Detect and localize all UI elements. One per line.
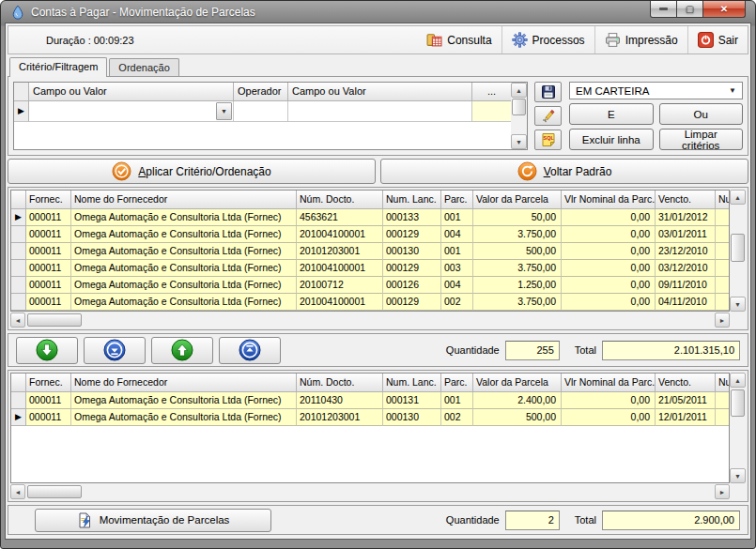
window-title: Contas à Pagar - Movimentação de Parcela…	[31, 6, 650, 19]
table-row[interactable]: ▶ 000011 Omega Automação e Consultoria L…	[11, 277, 729, 294]
tab-ordenacao[interactable]: Ordenação	[109, 58, 178, 76]
client-area: Duração : 00:09:23 Consulta	[5, 23, 751, 540]
criteria-field2-header: Campo ou Valor	[288, 83, 472, 101]
criteria-more-header: ...	[472, 83, 511, 101]
table-row[interactable]: ▶ 000011 Omega Automação e Consultoria L…	[11, 209, 729, 226]
processos-button[interactable]: Processos	[501, 26, 594, 53]
scroll-right-icon[interactable]: ►	[715, 484, 730, 499]
scroll-up-icon[interactable]: ▲	[511, 83, 527, 98]
scroll-down-icon[interactable]: ▼	[730, 297, 746, 312]
sair-button[interactable]: Sair	[687, 26, 748, 53]
table-row[interactable]: ▶ 000011 Omega Automação e Consultoria L…	[11, 260, 729, 277]
reset-default-button[interactable]: Voltar Padrão	[380, 159, 748, 184]
scroll-thumb[interactable]	[731, 234, 745, 261]
move-all-down-button[interactable]	[84, 337, 146, 364]
top-grid-header: Fornec. Nome do Fornecedor Núm. Docto. N…	[11, 191, 729, 209]
table-query-icon	[426, 32, 442, 48]
row-selector: ▶	[11, 392, 26, 409]
criteria-field2-cell[interactable]	[288, 101, 472, 122]
chevron-down-icon: ▼	[729, 86, 736, 95]
maximize-button[interactable]: ▢	[677, 1, 703, 18]
move-down-button[interactable]	[16, 337, 78, 364]
bottom-grid-empty-area	[11, 426, 729, 482]
document-lightning-icon	[77, 512, 93, 528]
erase-criteria-button[interactable]	[534, 106, 562, 127]
criteria-operator-cell[interactable]	[234, 101, 288, 122]
row-selector: ▶	[11, 409, 26, 426]
scroll-right-icon[interactable]: ►	[715, 313, 730, 328]
criteria-field1-header: Campo ou Valor	[29, 83, 234, 101]
sql-button[interactable]: SQL	[534, 130, 562, 150]
criteria-row-selector: ▶	[14, 101, 29, 122]
filter-panel: Campo ou Valor Operador Campo ou Valor .…	[8, 76, 748, 156]
bottom-total-label: Total	[575, 514, 596, 526]
refresh-circle-icon	[517, 161, 537, 181]
app-window: Contas à Pagar - Movimentação de Parcela…	[0, 0, 756, 549]
power-exit-icon	[698, 32, 714, 48]
scroll-down-icon[interactable]: ▼	[511, 134, 527, 149]
top-quantity-field: 255	[505, 341, 560, 360]
scroll-up-icon[interactable]: ▲	[730, 373, 746, 388]
and-button[interactable]: E	[569, 103, 654, 125]
tabstrip: Critério/Filtragem Ordenação	[9, 55, 748, 76]
app-icon	[10, 5, 25, 20]
duration-label: Duração : 00:09:23	[46, 35, 134, 46]
table-row[interactable]: ▶ 000011 Omega Automação e Consultoria L…	[11, 226, 729, 243]
criteria-field1-cell[interactable]: ▼	[29, 101, 234, 122]
blue-up-to-line-icon	[239, 339, 261, 361]
table-row[interactable]: ▶ 000011 Omega Automação e Consultoria L…	[11, 243, 729, 260]
green-up-arrow-icon	[171, 339, 193, 361]
move-up-button[interactable]	[151, 337, 213, 364]
table-row[interactable]: ▶ 000011 Omega Automação e Consultoria L…	[11, 392, 729, 409]
minimize-button[interactable]	[650, 1, 677, 18]
top-grid-body: ▶ 000011 Omega Automação e Consultoria L…	[11, 209, 729, 311]
scroll-thumb[interactable]	[731, 389, 745, 417]
row-selector: ▶	[11, 294, 26, 311]
bottom-grid-panel: Fornec. Nome do Fornecedor Núm. Docto. N…	[8, 370, 748, 502]
row-selector: ▶	[11, 226, 26, 243]
titlebar[interactable]: Contas à Pagar - Movimentação de Parcela…	[5, 1, 751, 23]
apply-criteria-button[interactable]: Aplicar Critério/Ordenação	[8, 159, 376, 184]
movimentacao-parcelas-button[interactable]: Movimentação de Parcelas	[35, 509, 271, 532]
scroll-up-icon[interactable]: ▲	[730, 190, 746, 205]
or-button[interactable]: Ou	[659, 103, 744, 125]
svg-text:SQL: SQL	[543, 135, 554, 141]
table-row[interactable]: ▶ 000011 Omega Automação e Consultoria L…	[11, 294, 729, 311]
top-toolbar: Duração : 00:09:23 Consulta	[8, 25, 748, 54]
top-grid-hscrollbar[interactable]: ◄ ►	[10, 313, 746, 328]
eraser-pencil-icon	[541, 109, 556, 124]
scroll-left-icon[interactable]: ◄	[10, 484, 25, 499]
preset-dropdown[interactable]: EM CARTEIRA ▼	[569, 82, 743, 99]
check-circle-icon	[112, 161, 131, 181]
chevron-down-icon[interactable]: ▼	[216, 102, 232, 120]
criteria-more-cell[interactable]	[472, 101, 511, 122]
tab-criterio-filtragem[interactable]: Critério/Filtragem	[9, 57, 107, 77]
bottom-grid-vscrollbar[interactable]: ▲ ▼	[730, 373, 746, 483]
save-criteria-button[interactable]	[534, 82, 562, 102]
top-grid-vscrollbar[interactable]: ▲ ▼	[730, 190, 746, 312]
move-all-up-button[interactable]	[219, 337, 281, 364]
green-down-arrow-icon	[36, 339, 58, 361]
preset-dropdown-value: EM CARTEIRA	[576, 85, 649, 97]
scroll-down-icon[interactable]: ▼	[730, 468, 746, 483]
close-button[interactable]: ✕	[703, 1, 746, 18]
scroll-thumb[interactable]	[27, 313, 82, 327]
floppy-disk-icon	[541, 84, 556, 99]
footer-bar: Movimentação de Parcelas Quantidade 2 To…	[8, 505, 748, 535]
delete-line-button[interactable]: Excluir linha	[569, 129, 654, 150]
scroll-thumb[interactable]	[512, 99, 526, 115]
top-total-field: 2.101.315,10	[602, 341, 740, 360]
scroll-left-icon[interactable]: ◄	[10, 313, 25, 328]
scroll-thumb[interactable]	[27, 485, 82, 498]
table-row[interactable]: ▶ 000011 Omega Automação e Consultoria L…	[11, 409, 729, 426]
printer-icon	[605, 32, 621, 48]
bottom-grid-hscrollbar[interactable]: ◄ ►	[10, 484, 746, 499]
row-selector: ▶	[11, 277, 26, 294]
impressao-button[interactable]: Impressão	[594, 26, 687, 53]
consulta-button[interactable]: Consulta	[417, 26, 501, 53]
row-selector: ▶	[11, 260, 26, 277]
row-selector: ▶	[11, 243, 26, 260]
clear-criteria-button[interactable]: Limpar critérios	[659, 129, 744, 150]
criteria-grid-vscrollbar[interactable]: ▲ ▼	[511, 83, 527, 149]
apply-row: Aplicar Critério/Ordenação Voltar Padrão	[8, 159, 748, 184]
